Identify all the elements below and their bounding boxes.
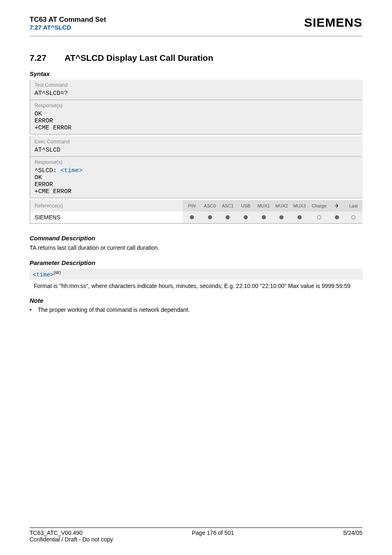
reference-value-row: SIEMENS: [30, 212, 362, 223]
page-footer: TC63_ATC_V00.490 Page 176 of 501 5/24/05…: [30, 527, 362, 543]
bullet-icon: •: [30, 306, 38, 313]
empty-dot-icon: [317, 215, 321, 219]
col-pin: PIN: [183, 200, 201, 212]
exec-command-label: Exec Command: [30, 136, 362, 145]
param-time-type: (str): [53, 270, 61, 275]
note-text: The proper working of that command is ne…: [38, 306, 190, 313]
dot-charge: [309, 212, 330, 223]
empty-dot-icon: [351, 215, 355, 219]
col-mux3: MUX3: [291, 200, 309, 212]
col-arrow: ✈: [330, 200, 345, 212]
resp-line: ERROR: [35, 181, 358, 188]
resp-line: OK: [35, 111, 358, 117]
filled-dot-icon: [262, 215, 266, 219]
exec-response-block: ^SLCD: <time> OK ERROR +CME ERROR: [30, 166, 362, 198]
dot-last: [344, 212, 362, 223]
dot-mux1: [255, 212, 273, 223]
col-asc0: ASC0: [201, 200, 219, 212]
reference-label: Reference(s): [30, 200, 183, 212]
filled-dot-icon: [279, 215, 284, 219]
dot-asc0: [201, 212, 219, 223]
filled-dot-icon: [297, 215, 302, 219]
filled-dot-icon: [244, 215, 248, 219]
col-mux1: MUX1: [255, 200, 273, 212]
exec-command-value: AT^SLCD: [30, 145, 362, 157]
airplane-icon: ✈: [334, 203, 339, 209]
filled-dot-icon: [226, 215, 230, 219]
header-left: TC63 AT Command Set 7.27 AT^SLCD: [30, 16, 106, 31]
filled-dot-icon: [208, 215, 212, 219]
command-description-heading: Command Description: [30, 235, 362, 242]
filled-dot-icon: [335, 215, 339, 219]
dot-asc1: [219, 212, 237, 223]
dot-pin: [183, 212, 201, 223]
syntax-heading: Syntax: [30, 70, 362, 77]
section-title-text: AT^SLCD Display Last Call Duration: [65, 53, 213, 62]
reference-header-row: Reference(s) PIN ASC0 ASC1 USB MUX1 MUX2…: [30, 200, 362, 212]
syntax-block: Test Command AT^SLCD=? Response(s) OK ER…: [30, 80, 362, 224]
footer-divider: [30, 527, 362, 528]
footer-confidential: Confidential / Draft - Do not copy: [30, 536, 362, 543]
test-command-label: Test Command: [30, 80, 362, 89]
time-param-link[interactable]: <time>: [60, 167, 83, 174]
page-header: TC63 AT Command Set 7.27 AT^SLCD SIEMENS: [30, 16, 362, 31]
dot-mux3: [291, 212, 309, 223]
parameter-description-heading: Parameter Description: [30, 259, 362, 266]
doc-subtitle: 7.27 AT^SLCD: [30, 24, 106, 31]
section-number: 7.27: [30, 53, 62, 63]
test-command-value: AT^SLCD=?: [30, 89, 362, 100]
resp-prefix: ^SLCD:: [35, 167, 60, 174]
command-description-text: TA returns last call duration or current…: [30, 244, 362, 252]
col-charge: Charge: [309, 200, 330, 212]
doc-title: TC63 AT Command Set: [30, 16, 106, 24]
dot-arrow: [330, 212, 345, 223]
resp-line: +CME ERROR: [35, 188, 358, 195]
col-usb: USB: [237, 200, 255, 212]
exec-response-label: Response(s): [30, 157, 362, 166]
dot-usb: [237, 212, 255, 223]
dot-mux2: [273, 212, 291, 223]
resp-line: ^SLCD: <time>: [35, 167, 358, 174]
col-asc1: ASC1: [219, 200, 237, 212]
test-response-label: Response(s): [30, 100, 362, 109]
footer-version: TC63_ATC_V00.490: [30, 530, 83, 536]
col-mux2: MUX2: [273, 200, 291, 212]
resp-line: ERROR: [35, 117, 358, 124]
resp-line: OK: [35, 174, 358, 181]
section-heading: 7.27 AT^SLCD Display Last Call Duration: [30, 53, 362, 63]
test-response-block: OK ERROR +CME ERROR: [30, 109, 362, 134]
footer-date: 5/24/05: [343, 530, 362, 536]
filled-dot-icon: [190, 215, 194, 219]
syntax-exec-table: Exec Command AT^SLCD Response(s) ^SLCD: …: [30, 136, 362, 198]
parameter-name-box: <time>(str): [30, 269, 362, 280]
header-divider: [30, 36, 362, 37]
reference-table: Reference(s) PIN ASC0 ASC1 USB MUX1 MUX2…: [30, 200, 362, 224]
page-root: TC63 AT Command Set 7.27 AT^SLCD SIEMENS…: [0, 0, 392, 555]
param-time-name: <time>: [33, 272, 53, 278]
brand-logo: SIEMENS: [304, 16, 362, 30]
note-item: • The proper working of that command is …: [30, 306, 362, 313]
note-heading: Note: [30, 297, 362, 304]
syntax-test-table: Test Command AT^SLCD=? Response(s) OK ER…: [30, 80, 362, 135]
footer-page: Page 176 of 501: [192, 530, 234, 536]
footer-row-1: TC63_ATC_V00.490 Page 176 of 501 5/24/05: [30, 530, 362, 536]
parameter-description-text: Format is "hh:mm:ss", where characters i…: [30, 280, 362, 290]
reference-value: SIEMENS: [30, 212, 183, 223]
resp-line: +CME ERROR: [35, 124, 358, 131]
col-last: Last: [344, 200, 362, 212]
